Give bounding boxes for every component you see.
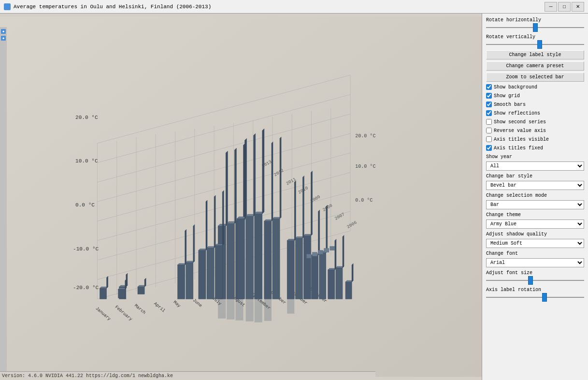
status-bar: Version: 4.6.0 NVIDIA 441.22 https://ldg… <box>0 371 375 380</box>
svg-rect-147 <box>287 299 294 313</box>
title-bar-controls: ─ □ ✕ <box>545 2 584 12</box>
reverse-value-label: Reverse value axis <box>494 128 546 133</box>
svg-marker-75 <box>226 151 228 226</box>
change-theme-label: Change theme <box>486 212 584 218</box>
maximize-button[interactable]: □ <box>558 2 571 12</box>
selection-mode-label: Change selection mode <box>486 193 584 198</box>
zoom-selected-button[interactable]: Zoom to selected bar <box>486 73 584 82</box>
checkbox-row-axis-titles-fixed: Axis titles fixed <box>486 145 584 151</box>
main-container: ◆ ◆ <box>0 14 588 380</box>
rotate-v-label: Rotate vertically <box>486 34 584 40</box>
show-background-label: Show background <box>494 85 537 90</box>
axis-titles-visible-checkbox[interactable] <box>486 136 492 142</box>
window-title: Average temperatures in Oulu and Helsink… <box>14 4 211 10</box>
svg-text:10.0 °C: 10.0 °C <box>75 159 98 164</box>
svg-rect-82 <box>237 219 244 299</box>
svg-marker-63 <box>107 276 108 288</box>
svg-marker-99 <box>206 200 207 250</box>
taskbar-icons: ◆ ◆ <box>0 27 7 371</box>
rotate-h-label: Rotate horizontally <box>486 17 584 23</box>
axis-titles-visible-label: Axis titles visible <box>494 137 549 142</box>
selection-mode-select[interactable]: Bar Row Column None <box>486 200 584 209</box>
status-text: Version: 4.6.0 NVIDIA 441.22 https://ldg… <box>2 373 173 379</box>
show-background-checkbox[interactable] <box>486 84 492 90</box>
font-size-slider[interactable] <box>486 277 584 284</box>
svg-rect-133 <box>345 282 352 299</box>
change-theme-select[interactable]: Army Blue Dark Light Forest Desert <box>486 219 584 229</box>
svg-rect-103 <box>215 246 222 299</box>
svg-marker-108 <box>272 142 273 221</box>
font-size-label: Adjust font size <box>486 270 584 276</box>
svg-rect-144 <box>246 299 254 321</box>
shadow-quality-label: Adjust shadow quality <box>486 232 584 237</box>
svg-rect-118 <box>303 236 311 299</box>
svg-marker-69 <box>125 279 127 289</box>
svg-marker-93 <box>185 229 186 265</box>
title-bar: Average temperatures in Oulu and Helsink… <box>0 0 588 14</box>
show-second-series-label: Show second series <box>494 119 546 125</box>
task-icon-1[interactable]: ◆ <box>1 29 6 34</box>
bar-style-select[interactable]: Bevel bar Flat bar Cylinder Cone Arrow <box>486 181 584 190</box>
svg-marker-135 <box>352 263 353 282</box>
svg-rect-130 <box>336 268 343 299</box>
svg-rect-109 <box>272 219 280 299</box>
svg-marker-90 <box>262 129 264 214</box>
show-reflections-label: Show reflections <box>494 111 540 116</box>
rotate-h-container: Rotate horizontally <box>486 16 584 31</box>
svg-rect-141 <box>218 299 226 318</box>
shadow-quality-select[interactable]: Medium Soft None Low High Soft High <box>486 239 584 248</box>
axis-rotation-slider[interactable] <box>486 293 584 301</box>
reverse-value-checkbox[interactable] <box>486 128 492 133</box>
chart-area: ◆ ◆ <box>0 14 482 380</box>
rotate-v-container: Rotate vertically <box>486 33 584 48</box>
svg-text:10.0 °C: 10.0 °C <box>355 164 375 169</box>
svg-text:-10.0 °C: -10.0 °C <box>73 246 99 252</box>
axis-rotation-container: Axis label rotation <box>486 286 584 301</box>
chart-svg: 20.0 °C 10.0 °C 0.0 °C -10.0 °C -20.0 °C… <box>0 14 482 380</box>
rotate-h-slider[interactable] <box>486 24 584 31</box>
svg-marker-84 <box>245 138 247 219</box>
svg-marker-123 <box>318 210 320 255</box>
task-icon-2[interactable]: ◆ <box>1 36 6 41</box>
svg-marker-87 <box>254 133 256 216</box>
change-camera-button[interactable]: Change camera preset <box>486 61 584 71</box>
svg-rect-76 <box>227 223 234 299</box>
font-size-container: Adjust font size <box>486 269 584 284</box>
svg-marker-102 <box>214 195 215 248</box>
show-reflections-checkbox[interactable] <box>486 110 492 116</box>
axis-titles-fixed-checkbox[interactable] <box>486 145 492 151</box>
svg-rect-145 <box>255 299 262 322</box>
svg-rect-94 <box>186 263 193 299</box>
checkbox-row-second-series: Show second series <box>486 118 584 125</box>
checkbox-row-reflections: Show reflections <box>486 110 584 117</box>
bar-style-label: Change bar style <box>486 174 584 179</box>
right-panel: Rotate horizontally Rotate vertically Ch… <box>482 14 588 380</box>
show-second-series-checkbox[interactable] <box>486 119 492 125</box>
svg-marker-126 <box>326 205 328 253</box>
checkbox-row-smooth: Smooth bars <box>486 101 584 108</box>
rotate-v-slider[interactable] <box>486 41 584 48</box>
svg-rect-61 <box>100 288 106 299</box>
svg-marker-111 <box>280 137 281 219</box>
change-font-select[interactable]: Arial Times New Roman Courier New Verdan… <box>486 258 584 267</box>
svg-marker-78 <box>234 148 236 223</box>
change-label-style-button[interactable]: Change label style <box>486 50 584 59</box>
checkbox-row-grid: Show grid <box>486 92 584 99</box>
svg-rect-100 <box>207 248 214 299</box>
svg-rect-106 <box>264 221 272 299</box>
show-grid-checkbox[interactable] <box>486 93 492 99</box>
svg-rect-136 <box>306 254 311 258</box>
show-year-select[interactable]: All 2006 2007 2008 2009 2010 2011 2012 2… <box>486 161 584 171</box>
svg-marker-105 <box>222 190 224 246</box>
svg-text:-20.0 °C: -20.0 °C <box>73 285 99 291</box>
smooth-bars-checkbox[interactable] <box>486 102 492 107</box>
smooth-bars-label: Smooth bars <box>494 102 526 107</box>
close-button[interactable]: ✕ <box>572 2 584 12</box>
svg-rect-112 <box>287 241 294 299</box>
svg-rect-139 <box>324 248 329 252</box>
svg-text:0.0 °C: 0.0 °C <box>75 202 95 208</box>
svg-rect-115 <box>295 238 302 299</box>
svg-rect-67 <box>118 289 125 298</box>
svg-rect-85 <box>246 216 254 299</box>
minimize-button[interactable]: ─ <box>545 2 557 12</box>
